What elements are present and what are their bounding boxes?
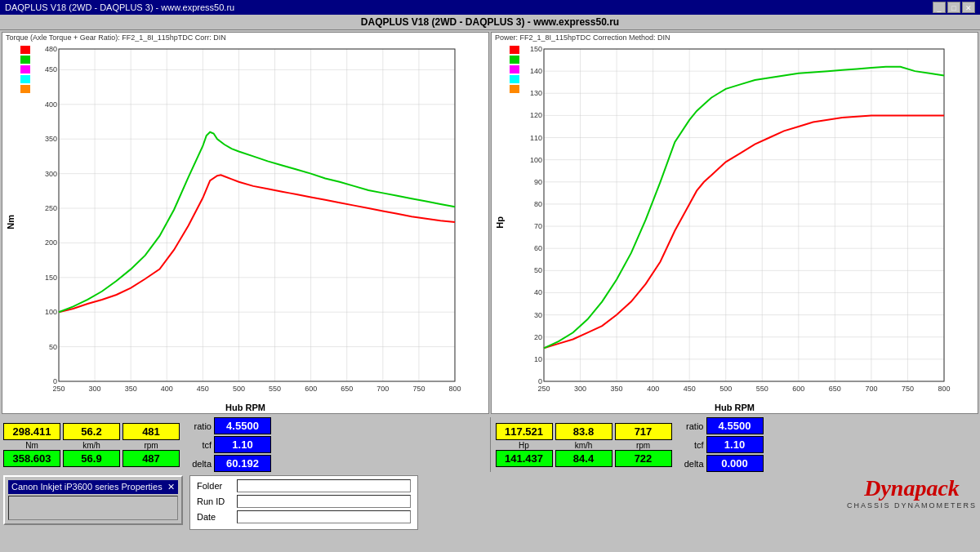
left-y-label: Nm — [6, 215, 16, 229]
run-id-input[interactable] — [237, 495, 411, 508]
right-chart-subtitle: Power: FF2_1_8I_115hpTDC Correction Meth… — [492, 33, 978, 42]
right-val3-cell: 717 rpm 722 — [615, 423, 672, 467]
right-legend-magenta — [510, 65, 519, 73]
right-val2-label: km/h — [575, 441, 593, 450]
legend-cyan — [20, 75, 30, 83]
left-chart-subtitle: Torque (Axle Torque + Gear Ratio): FF2_1… — [2, 33, 488, 42]
dynapack-subtitle: CHASSIS DYNAMOMETERS — [847, 501, 977, 510]
left-tcf-value[interactable]: 1.10 — [214, 436, 271, 453]
run-id-label: Run ID — [197, 496, 234, 506]
left-delta-row: delta 60.192 — [185, 455, 271, 472]
maximize-button[interactable]: □ — [947, 2, 960, 13]
right-data-panel: 117.521 Hp 141.437 83.8 km/h 84.4 717 rp… — [496, 417, 978, 472]
left-delta-value[interactable]: 60.192 — [214, 455, 271, 472]
main-title: DAQPLUS V18 (2WD - DAQPLUS 3) - www.expr… — [0, 15, 980, 30]
close-button[interactable]: ✕ — [962, 2, 975, 13]
right-val3-label: rpm — [636, 441, 650, 450]
legend-orange — [20, 85, 30, 93]
bottom-panel: Canon Inkjet iP3600 series Properties ✕ … — [0, 474, 980, 532]
right-chart-canvas — [519, 42, 952, 402]
left-tcf-row: tcf 1.10 — [185, 436, 271, 453]
folder-form: Folder Run ID Date — [189, 475, 418, 530]
left-val1b: 358.603 — [3, 450, 60, 467]
printer-dialog: Canon Inkjet iP3600 series Properties ✕ — [3, 475, 183, 525]
right-tcf-label: tcf — [678, 440, 704, 450]
right-legend-green — [510, 56, 519, 64]
left-chart-canvas — [30, 42, 463, 402]
left-val3b: 487 — [122, 450, 180, 467]
right-ratio-label: ratio — [678, 421, 704, 431]
legend-red — [20, 46, 30, 54]
right-legend-red — [510, 46, 519, 54]
right-val3: 717 — [615, 423, 672, 440]
left-data-panel: 298.411 Nm 358.603 56.2 km/h 56.9 481 rp… — [3, 417, 485, 472]
legend-magenta — [20, 65, 30, 73]
printer-dialog-title: Canon Inkjet iP3600 series Properties ✕ — [8, 480, 178, 494]
right-val1-label: Hp — [519, 441, 529, 450]
left-val2b: 56.9 — [63, 450, 120, 467]
legend-green — [20, 56, 30, 64]
right-legend-orange — [510, 85, 519, 93]
left-ratio-group: ratio 4.5500 tcf 1.10 delta 60.192 — [185, 417, 271, 472]
left-val1-label: Nm — [25, 441, 38, 450]
right-val1b: 141.437 — [496, 450, 553, 467]
folder-input[interactable] — [237, 479, 411, 492]
left-val2-cell: 56.2 km/h 56.9 — [63, 423, 120, 467]
left-tcf-label: tcf — [185, 440, 212, 450]
right-chart-container: Power: FF2_1_8I_115hpTDC Correction Meth… — [491, 32, 978, 414]
minimize-button[interactable]: _ — [933, 2, 946, 13]
left-val3-cell: 481 rpm 487 — [122, 423, 180, 467]
dynapack-brand: Dynapack — [864, 475, 960, 501]
left-val2: 56.2 — [63, 423, 120, 440]
left-val1: 298.411 — [3, 423, 60, 440]
printer-close-icon[interactable]: ✕ — [167, 482, 175, 492]
right-val2: 83.8 — [555, 423, 612, 440]
charts-area: Torque (Axle Torque + Gear Ratio): FF2_1… — [0, 30, 980, 416]
panel-divider — [490, 417, 491, 472]
right-val2-cell: 83.8 km/h 84.4 — [555, 423, 612, 467]
right-val1-cell: 117.521 Hp 141.437 — [496, 423, 553, 467]
left-delta-label: delta — [185, 459, 212, 469]
right-y-label: Hp — [495, 216, 505, 229]
date-row: Date — [197, 510, 411, 523]
run-id-row: Run ID — [197, 495, 411, 508]
left-val1-cell: 298.411 Nm 358.603 — [3, 423, 60, 467]
right-tcf-row: tcf 1.10 — [678, 436, 764, 453]
date-label: Date — [197, 512, 234, 522]
left-val3-label: rpm — [144, 441, 158, 450]
title-bar: DAQPLUS V18 (2WD - DAQPLUS 3) - www.expr… — [0, 0, 980, 15]
right-tcf-value[interactable]: 1.10 — [706, 436, 764, 453]
printer-dialog-body — [8, 496, 178, 520]
right-val1: 117.521 — [496, 423, 553, 440]
right-delta-label: delta — [678, 459, 704, 469]
right-ratio-row: ratio 4.5500 — [678, 417, 764, 434]
window-controls[interactable]: _ □ ✕ — [933, 2, 975, 13]
folder-row: Folder — [197, 479, 411, 492]
right-x-label: Hub RPM — [492, 402, 978, 413]
left-ratio-row: ratio 4.5500 — [185, 417, 271, 434]
right-delta-value[interactable]: 0.000 — [706, 455, 764, 472]
right-ratio-value[interactable]: 4.5500 — [706, 417, 764, 434]
left-chart-container: Torque (Axle Torque + Gear Ratio): FF2_1… — [2, 32, 489, 414]
window-title: DAQPLUS V18 (2WD - DAQPLUS 3) - www.expr… — [5, 2, 234, 12]
left-val3: 481 — [122, 423, 180, 440]
data-panel: 298.411 Nm 358.603 56.2 km/h 56.9 481 rp… — [0, 416, 980, 474]
right-ratio-group: ratio 4.5500 tcf 1.10 delta 0.000 — [678, 417, 764, 472]
right-val2b: 84.4 — [555, 450, 612, 467]
left-val2-label: km/h — [82, 441, 100, 450]
date-input[interactable] — [237, 510, 411, 523]
dynapack-logo: Dynapack CHASSIS DYNAMOMETERS — [847, 475, 977, 510]
folder-label: Folder — [197, 481, 234, 491]
left-ratio-label: ratio — [185, 421, 212, 431]
right-delta-row: delta 0.000 — [678, 455, 764, 472]
right-val3b: 722 — [615, 450, 672, 467]
left-ratio-value[interactable]: 4.5500 — [214, 417, 271, 434]
right-legend-cyan — [510, 75, 519, 83]
left-x-label: Hub RPM — [2, 402, 488, 413]
